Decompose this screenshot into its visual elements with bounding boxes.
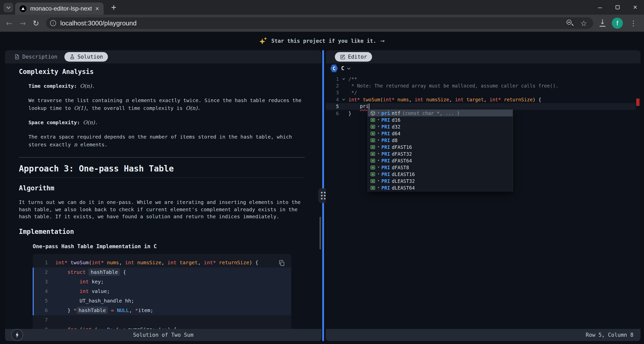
close-button[interactable]: × <box>626 0 644 15</box>
tab-solution-label: Solution <box>77 54 103 60</box>
autocomplete-popup: •printf(const char *, ... )•PRId16•PRId3… <box>368 109 513 191</box>
text-suggestion-icon <box>370 124 376 130</box>
space-complexity-paragraph: Space complexity: O(n). <box>28 119 305 126</box>
tab-editor-label: Editor <box>348 54 367 60</box>
maximize-button[interactable] <box>609 0 626 15</box>
suggest-item[interactable]: •PRId32 <box>368 123 513 130</box>
tab-editor[interactable]: Editor <box>335 52 372 62</box>
code-line: 7 <box>33 315 291 325</box>
code-line: 1int* twoSum(int* nums, int numsSize, in… <box>33 258 291 268</box>
browser-tab[interactable]: monaco-editor-lsp-next × <box>15 3 104 15</box>
text-suggestion-icon <box>370 131 376 136</box>
monaco-editor[interactable]: 1/**2 * Note: The returned array must be… <box>326 73 640 329</box>
editor-line[interactable]: 1/** <box>326 75 635 82</box>
left-panel-scrollbar[interactable] <box>319 217 321 249</box>
address-bar[interactable]: i localhost:3000/playground ☆ <box>46 17 593 29</box>
solution-title: Solution of Two Sum <box>5 332 321 338</box>
sparkles-icon <box>259 37 267 45</box>
edit-pencil-icon <box>340 54 345 60</box>
suggest-item[interactable]: •PRIdLEAST32 <box>368 178 513 184</box>
suggest-item[interactable]: •PRId16 <box>368 116 513 123</box>
code-line: 3 int key; <box>33 277 291 287</box>
section-divider <box>19 157 305 158</box>
text-cursor <box>369 104 369 109</box>
lightning-bolt-icon <box>15 332 19 338</box>
code-line: 4 int value; <box>33 287 291 296</box>
copy-icon <box>278 260 285 266</box>
star-project-banner[interactable]: Star this project if you like it. → <box>0 32 644 50</box>
document-icon <box>14 54 20 60</box>
suggest-item[interactable]: •PRIdLEAST16 <box>368 171 513 178</box>
downloads-button[interactable]: ↓ <box>599 19 606 27</box>
minimize-button[interactable]: – <box>591 0 609 15</box>
flask-icon <box>69 54 75 60</box>
implementation-heading: Implementation <box>19 228 305 236</box>
suggest-item[interactable]: •PRIdLEAST64 <box>368 184 513 191</box>
reload-button[interactable]: ↻ <box>33 19 39 28</box>
tab-title: monaco-editor-lsp-next <box>30 5 92 12</box>
panel-resizer[interactable] <box>322 50 324 341</box>
tab-solution[interactable]: Solution <box>64 52 108 62</box>
code-caption: One-pass Hash Table Implementation in C <box>33 243 305 250</box>
solution-panel: Description Solution Complexity Analysis… <box>5 50 321 341</box>
browser-toolbar: ← → ↻ i localhost:3000/playground ☆ ↓ f … <box>0 15 644 32</box>
profile-avatar[interactable]: f <box>612 18 623 29</box>
method-icon <box>370 110 376 116</box>
suggest-item[interactable]: •PRIdFAST32 <box>368 150 513 157</box>
back-button[interactable]: ← <box>6 19 12 28</box>
browser-menu-icon[interactable]: ⋮ <box>627 19 639 27</box>
right-panel-header: Editor <box>326 50 640 63</box>
suggest-item[interactable]: •PRIdFAST8 <box>368 164 513 171</box>
algorithm-heading: Algorithm <box>19 184 305 192</box>
site-info-icon[interactable]: i <box>50 20 56 26</box>
tab-search-chevron-button[interactable] <box>4 3 13 12</box>
solution-content: Complexity Analysis Time complexity: O(n… <box>5 63 321 329</box>
editor-panel: Editor C C 1/**2 * Note: The returned ar… <box>326 50 640 341</box>
error-overview-marker <box>636 99 639 106</box>
text-suggestion-icon <box>370 158 376 163</box>
quick-action-button[interactable] <box>11 329 23 341</box>
maximize-icon <box>616 5 620 9</box>
tab-description[interactable]: Description <box>14 54 57 60</box>
cursor-position-status: Row 5, Column 8 <box>326 332 640 338</box>
text-suggestion-icon <box>370 171 376 177</box>
code-line: 2 struct hashTable { <box>33 268 291 277</box>
chevron-down-icon <box>6 5 10 9</box>
left-panel-header: Description Solution <box>5 50 321 63</box>
language-selector[interactable]: C C <box>326 63 640 73</box>
url-text[interactable]: localhost:3000/playground <box>60 19 137 27</box>
editor-line[interactable]: 5 pri <box>326 103 635 110</box>
tab-close-icon[interactable]: × <box>95 5 99 12</box>
code-line: 5 UT_hash_handle hh; <box>33 296 291 306</box>
text-suggestion-icon <box>370 165 376 170</box>
site-favicon-icon <box>20 5 26 12</box>
code-line: 8 for (int i = 0; i < numsSize; i++) { <box>33 325 291 329</box>
text-suggestion-icon <box>370 151 376 157</box>
suggest-item[interactable]: •PRId64 <box>368 130 513 137</box>
copy-code-button[interactable] <box>276 257 287 269</box>
editor-line[interactable]: 4int* twoSum(int* nums, int numsSize, in… <box>326 96 635 103</box>
code-line: 6 } *hashTable = NULL, *item; <box>33 306 291 315</box>
editor-line[interactable]: 2 * Note: The returned array must be mal… <box>326 82 635 89</box>
text-suggestion-icon <box>370 138 376 143</box>
text-suggestion-icon <box>370 144 376 150</box>
left-panel-footer: Solution of Two Sum <box>5 329 321 341</box>
suggest-item[interactable]: •printf(const char *, ... ) <box>368 110 513 116</box>
editor-line[interactable]: 3 */ <box>326 89 635 96</box>
browser-tab-strip: monaco-editor-lsp-next × + – × <box>0 0 644 15</box>
approach-heading: Approach 3: One-pass Hash Table <box>19 165 305 178</box>
zoom-out-icon[interactable] <box>566 19 574 27</box>
c-language-icon: C <box>330 64 338 72</box>
new-tab-button[interactable]: + <box>109 3 119 12</box>
suggest-item[interactable]: •PRIdFAST16 <box>368 144 513 150</box>
text-suggestion-icon <box>370 185 376 191</box>
bookmark-star-icon[interactable]: ☆ <box>580 19 587 28</box>
suggest-item[interactable]: •PRId8 <box>368 137 513 144</box>
time-complexity-paragraph: Time complexity: O(n). <box>28 82 305 90</box>
suggest-item[interactable]: •PRIdFAST64 <box>368 157 513 164</box>
language-label: C <box>341 65 344 71</box>
forward-button[interactable]: → <box>19 19 26 28</box>
extra-space-paragraph: The extra space required depends on the … <box>28 133 305 149</box>
tab-description-label: Description <box>22 54 57 60</box>
banner-text: Star this project if you like it. <box>271 38 376 44</box>
